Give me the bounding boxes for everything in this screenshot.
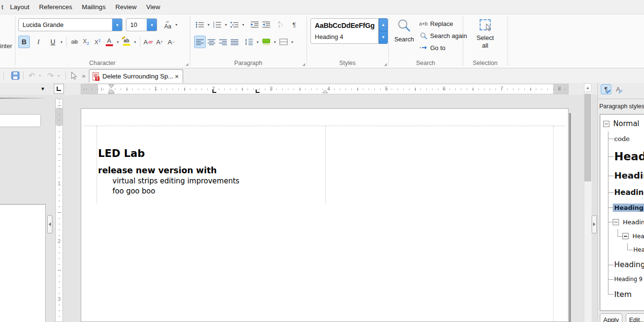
font-size-dropdown-icon[interactable]: ▾ — [147, 19, 157, 31]
document-tab[interactable]: T Delete Surrounding Sp... × — [89, 69, 183, 83]
scroll-up-button[interactable]: ▲ — [584, 83, 592, 92]
change-case-dropdown-icon[interactable]: ▾ — [173, 19, 179, 31]
shading-button[interactable] — [260, 36, 272, 48]
align-justify-button[interactable] — [229, 36, 240, 48]
underline-button[interactable]: U — [47, 36, 59, 48]
style-spinner-down-icon[interactable]: ▼ — [379, 31, 387, 43]
goto-button[interactable]: Go to — [418, 42, 467, 53]
dialog-launcher-icon[interactable] — [186, 63, 188, 66]
shrink-font-button[interactable]: A− — [165, 36, 177, 48]
change-case-button[interactable]: ⇄Aa — [162, 19, 173, 31]
clear-formatting-button[interactable]: A — [142, 36, 154, 48]
increase-indent-button[interactable] — [249, 18, 260, 31]
search-button[interactable]: Search — [393, 18, 415, 43]
superscript-button[interactable]: X2 — [92, 36, 103, 48]
font-name-dropdown-icon[interactable]: ▾ — [112, 19, 122, 31]
bullet-list-button[interactable] — [194, 18, 206, 31]
style-tree-item[interactable]: Heading 9 — [600, 272, 644, 286]
italic-button[interactable]: I — [33, 36, 44, 48]
shading-dropdown-icon[interactable]: ▾ — [272, 36, 278, 48]
font-size-combobox[interactable]: 10 ▾ — [126, 18, 157, 31]
menu-item-layout[interactable]: Layout — [5, 3, 35, 11]
redo-button[interactable]: ↷ — [46, 70, 55, 81]
style-tree-item[interactable]: Heading 7 — [600, 243, 644, 257]
collapse-left-panel-button[interactable] — [47, 215, 52, 233]
style-tree-item[interactable]: Heading 1 — [600, 146, 644, 167]
style-spinner[interactable]: ▲ ▼ — [379, 18, 388, 44]
decrease-indent-button[interactable] — [260, 18, 272, 31]
tree-expander-icon[interactable] — [613, 219, 619, 225]
style-tree-item[interactable]: Heading 8 — [600, 257, 644, 272]
replace-button[interactable]: a+bReplace — [418, 18, 467, 29]
indent-markers[interactable] — [108, 84, 114, 94]
style-tree-item[interactable]: code — [600, 131, 644, 146]
document-text-line[interactable]: release new version with — [98, 166, 217, 175]
tree-expander-icon[interactable] — [622, 233, 629, 239]
outline-list-button[interactable] — [229, 18, 240, 31]
dialog-launcher-icon[interactable] — [384, 63, 387, 66]
align-center-button[interactable] — [206, 36, 217, 48]
bullet-list-dropdown-icon[interactable]: ▾ — [206, 18, 211, 31]
left-panel-input[interactable] — [0, 114, 41, 127]
align-left-button[interactable] — [194, 36, 206, 48]
strikethrough-button[interactable]: ab — [69, 36, 80, 48]
sort-button[interactable]: AZ↕ — [275, 18, 286, 31]
select-all-button[interactable]: Selectall — [463, 19, 508, 50]
left-panel-list[interactable] — [0, 204, 46, 322]
font-name-combobox[interactable]: Lucida Grande ▾ — [18, 18, 123, 31]
vertical-scrollbar-thumb[interactable] — [584, 94, 591, 181]
format-painter-label-partial[interactable]: inter — [0, 42, 12, 50]
document-text-line[interactable]: foo goo boo — [112, 187, 155, 195]
search-again-button[interactable]: Search again — [418, 30, 467, 41]
redo-dropdown-icon[interactable]: ▾ — [55, 70, 62, 81]
vertical-ruler[interactable]: 123 — [55, 99, 63, 322]
menu-item-references[interactable]: References — [34, 3, 77, 11]
style-tree-item[interactable]: Normal — [600, 116, 644, 131]
outline-list-dropdown-icon[interactable]: ▾ — [240, 18, 246, 31]
underline-dropdown-icon[interactable]: ▾ — [59, 36, 64, 48]
style-preview[interactable]: AaBbCcDdEeFfGg Heading 4 — [310, 18, 379, 44]
right-indent-marker[interactable] — [322, 90, 328, 93]
pilcrow-button[interactable]: ¶ — [288, 18, 300, 31]
tab-stop-marker[interactable] — [212, 90, 216, 93]
toolbar-overflow-button[interactable]: » — [80, 70, 87, 81]
style-tree-item[interactable]: Heading 5 — [600, 215, 644, 229]
menu-item-mailings[interactable]: Mailings — [77, 3, 111, 11]
grow-font-button[interactable]: A+ — [154, 36, 165, 48]
font-color-button[interactable]: A — [103, 36, 115, 48]
edit-style-button[interactable]: Edit... — [626, 313, 644, 322]
document-text-line[interactable]: LED Lab — [98, 147, 145, 159]
apply-style-button[interactable]: Apply — [600, 313, 622, 322]
borders-dropdown-icon[interactable]: ▾ — [289, 36, 295, 48]
object-mode-button[interactable] — [69, 70, 79, 81]
subscript-button[interactable]: X2 — [80, 36, 92, 48]
paragraph-styles-tab[interactable]: ¶ — [601, 84, 611, 94]
horizontal-ruler[interactable]: 12345678 — [81, 84, 569, 94]
collapse-right-panel-button[interactable] — [592, 215, 597, 233]
tab-stop-type-button[interactable] — [54, 84, 64, 94]
style-tree-item[interactable]: Item — [600, 286, 644, 302]
numbered-list-dropdown-icon[interactable]: ▾ — [223, 18, 229, 31]
tab-stop-marker[interactable] — [256, 90, 260, 93]
font-color-dropdown-icon[interactable]: ▾ — [115, 36, 121, 48]
bold-button[interactable]: B — [18, 36, 30, 48]
style-tree-item[interactable]: Heading 4 — [600, 200, 644, 215]
close-icon[interactable]: × — [175, 73, 179, 80]
highlight-dropdown-icon[interactable]: ▾ — [132, 36, 138, 48]
undo-button[interactable]: ↶ — [27, 70, 37, 81]
style-spinner-up-icon[interactable]: ▲ — [379, 19, 387, 31]
borders-button[interactable] — [278, 36, 289, 48]
menu-item-review[interactable]: Review — [111, 3, 141, 11]
highlight-button[interactable]: ab — [121, 36, 132, 48]
document-page[interactable]: LED Labrelease new version withvirtual s… — [81, 108, 569, 322]
style-tree-item[interactable]: Heading 3 — [600, 184, 644, 200]
undo-dropdown-icon[interactable]: ▾ — [37, 70, 43, 81]
menu-item-t[interactable]: t — [0, 3, 5, 11]
numbered-list-button[interactable]: 123 — [211, 18, 223, 31]
dialog-launcher-icon[interactable] — [302, 63, 305, 66]
style-tree-item[interactable]: Heading 2 — [600, 167, 644, 184]
tree-expander-icon[interactable] — [603, 121, 609, 127]
character-styles-tab[interactable]: A — [613, 84, 623, 94]
document-text-line[interactable]: virtual strips editing improvements — [112, 177, 239, 185]
line-spacing-dropdown-icon[interactable]: ▾ — [255, 36, 260, 48]
